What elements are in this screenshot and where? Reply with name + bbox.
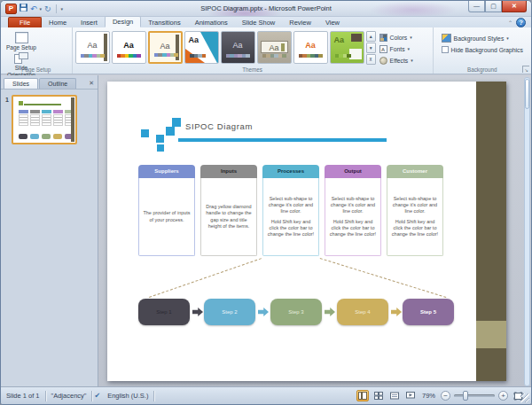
tab-review[interactable]: Review bbox=[282, 18, 318, 27]
slide-show-view-icon[interactable] bbox=[404, 390, 417, 401]
step-3[interactable]: Step 3 bbox=[270, 299, 322, 325]
slide-side-stripe bbox=[476, 82, 506, 381]
column-header: Inputs bbox=[200, 165, 257, 178]
statusbar-right: 79% − + bbox=[356, 390, 531, 401]
theme-options-stack: Colors ▾ A Fonts ▾ Effects ▾ bbox=[376, 30, 431, 66]
effects-button[interactable]: Effects ▾ bbox=[379, 55, 431, 66]
column-header: Customer bbox=[387, 165, 443, 178]
hide-background-graphics-checkbox[interactable] bbox=[442, 46, 449, 53]
tab-animations[interactable]: Animations bbox=[188, 18, 235, 27]
effects-label: Effects bbox=[390, 58, 409, 64]
background-group-label: Background bbox=[434, 66, 531, 73]
title-square-icon bbox=[172, 118, 181, 127]
tab-design[interactable]: Design bbox=[105, 16, 141, 27]
group-background: Background Styles ▾ Hide Background Grap… bbox=[434, 27, 531, 74]
gallery-scroll-down-icon[interactable]: ▼ bbox=[366, 43, 376, 53]
tab-view[interactable]: View bbox=[318, 18, 347, 27]
step-1[interactable]: Step 1 bbox=[138, 299, 190, 325]
fonts-caret: ▾ bbox=[408, 46, 411, 51]
pane-close-icon[interactable]: ✕ bbox=[89, 80, 94, 89]
reading-view-icon[interactable] bbox=[388, 390, 401, 401]
fonts-label: Fonts bbox=[390, 46, 405, 52]
themes-gallery: Aa Aa Aa Aa Aa Aa Aa Aa bbox=[75, 30, 364, 66]
theme-thumb-current[interactable]: Aa bbox=[75, 31, 110, 64]
zoom-level[interactable]: 79% bbox=[420, 392, 437, 400]
step-arrow-icon bbox=[192, 308, 203, 316]
slide-thumbnail[interactable] bbox=[12, 95, 77, 144]
slide-title[interactable]: SIPOC Diagram bbox=[185, 121, 253, 131]
step-2[interactable]: Step 2 bbox=[204, 299, 255, 325]
page-setup-button[interactable]: Page Setup bbox=[4, 30, 39, 51]
tab-slides[interactable]: Slides bbox=[4, 78, 38, 89]
background-dialog-launcher-icon[interactable]: ↘ bbox=[522, 66, 529, 73]
theme-thumb-office[interactable]: Aa bbox=[112, 31, 146, 64]
zoom-in-icon[interactable]: + bbox=[498, 391, 508, 401]
help-icon[interactable]: ? bbox=[516, 18, 526, 27]
theme-thumb-adjacency-selected[interactable]: Aa bbox=[148, 31, 183, 64]
slide[interactable]: SIPOC Diagram Suppliers The provider of … bbox=[107, 82, 506, 381]
powerpoint-window: P ↶▾ ↻ ▾ SIPOC Diagram.pptx - Microsoft … bbox=[0, 0, 532, 405]
gallery-more-icon[interactable]: ⊼ bbox=[366, 54, 376, 65]
vertical-scrollbar[interactable] bbox=[524, 77, 530, 386]
colors-button[interactable]: Colors ▾ bbox=[379, 32, 431, 43]
theme-name[interactable]: "Adjacency" bbox=[46, 392, 92, 400]
sipoc-column-inputs[interactable]: Inputs Drag yellow diamond handle to cha… bbox=[200, 165, 257, 256]
theme-thumb-apothecary[interactable]: Aa bbox=[257, 31, 292, 64]
title-underline bbox=[178, 138, 387, 142]
title-square-icon bbox=[157, 144, 164, 152]
theme-thumb-angles[interactable]: Aa bbox=[184, 31, 219, 64]
themes-group-label: Themes bbox=[73, 66, 433, 73]
maximize-button[interactable]: ▢ bbox=[485, 1, 502, 12]
gallery-scroll-up-icon[interactable]: ▲ bbox=[366, 31, 376, 42]
resize-grip[interactable] bbox=[520, 393, 529, 402]
normal-view-icon[interactable] bbox=[356, 390, 369, 401]
zoom-slider[interactable] bbox=[454, 394, 495, 397]
tab-transitions[interactable]: Transitions bbox=[141, 18, 187, 27]
step-arrow-icon bbox=[325, 308, 335, 316]
effects-icon bbox=[379, 57, 387, 65]
tab-outline[interactable]: Outline bbox=[39, 78, 76, 89]
zoom-out-icon[interactable]: − bbox=[441, 391, 450, 401]
tab-file[interactable]: File bbox=[8, 17, 42, 27]
step-5[interactable]: Step 5 bbox=[403, 299, 454, 325]
page-setup-group-label: Page Setup bbox=[1, 66, 72, 73]
theme-thumb-apex[interactable]: Aa bbox=[221, 31, 255, 64]
slide-sorter-view-icon[interactable] bbox=[372, 390, 385, 401]
theme-thumb-aspect[interactable]: Aa bbox=[293, 31, 328, 64]
effects-caret: ▾ bbox=[411, 58, 413, 63]
sipoc-column-customer[interactable]: Customer Select sub-shape to change it's… bbox=[387, 165, 443, 256]
column-body-text: Hold Shift key and click the color bar t… bbox=[328, 219, 378, 238]
dashed-connector-right bbox=[320, 258, 447, 298]
step-4[interactable]: Step 4 bbox=[337, 299, 388, 325]
column-body-text: Drag yellow diamond handle to change the… bbox=[204, 204, 254, 230]
spellcheck-icon[interactable]: ✔ bbox=[92, 392, 102, 400]
fonts-button[interactable]: A Fonts ▾ bbox=[379, 43, 431, 54]
background-styles-caret: ▾ bbox=[506, 35, 509, 41]
theme-thumb-austin[interactable]: Aa bbox=[330, 31, 364, 64]
themes-gallery-scroll: ▲ ▼ ⊼ bbox=[364, 30, 376, 66]
background-styles-button[interactable]: Background Styles ▾ bbox=[442, 34, 528, 43]
zoom-slider-thumb[interactable] bbox=[463, 391, 468, 401]
colors-icon bbox=[379, 34, 387, 42]
slide-counter: Slide 1 of 1 bbox=[1, 392, 45, 400]
status-bar: Slide 1 of 1 "Adjacency" ✔ English (U.S.… bbox=[1, 386, 531, 404]
close-button[interactable]: ✕ bbox=[502, 1, 527, 12]
ribbon: Page Setup Slide Orientation ▾ Page Setu… bbox=[1, 27, 531, 74]
minimize-ribbon-icon[interactable]: ⌃ bbox=[508, 19, 512, 26]
tab-insert[interactable]: Insert bbox=[74, 18, 105, 27]
scrollbar-thumb[interactable] bbox=[525, 79, 529, 109]
column-header: Processes bbox=[262, 165, 319, 178]
sipoc-column-suppliers[interactable]: Suppliers The provider of inputs of your… bbox=[138, 165, 195, 256]
language-indicator[interactable]: English (U.S.) bbox=[102, 392, 153, 400]
sipoc-column-processes[interactable]: Processes Select sub-shape to change it'… bbox=[262, 165, 319, 256]
slide-thumbnail-number: 1 bbox=[4, 95, 12, 144]
hide-background-graphics-label: Hide Background Graphics bbox=[451, 47, 523, 53]
tab-home[interactable]: Home bbox=[42, 18, 74, 27]
minimize-button[interactable]: — bbox=[468, 1, 485, 12]
step-arrow-icon bbox=[391, 308, 402, 316]
sipoc-column-output[interactable]: Output Select sub-shape to change it's c… bbox=[325, 165, 381, 256]
fonts-icon: A bbox=[379, 45, 387, 53]
tab-slide-show[interactable]: Slide Show bbox=[235, 18, 283, 27]
hide-background-graphics-option[interactable]: Hide Background Graphics bbox=[442, 46, 528, 53]
window-controls: — ▢ ✕ bbox=[468, 1, 527, 12]
